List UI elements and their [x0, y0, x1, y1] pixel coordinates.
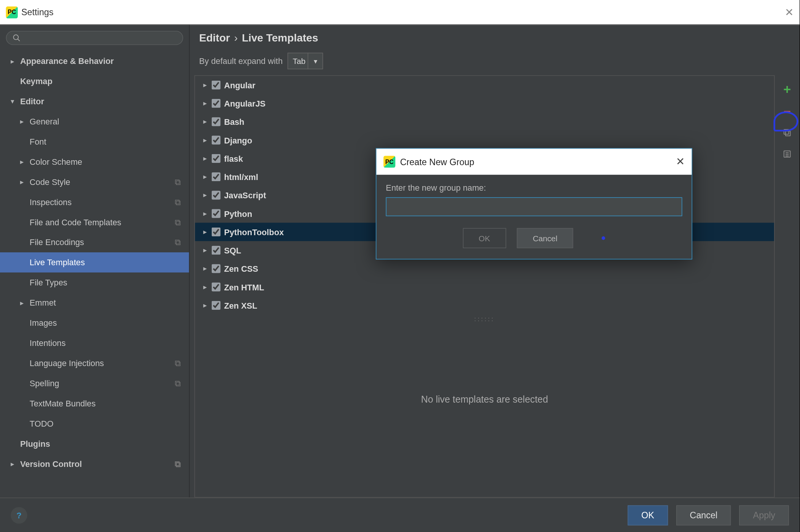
tree-item-label: Appearance & Behavior: [20, 56, 114, 66]
help-button[interactable]: ?: [11, 507, 27, 524]
template-group-row[interactable]: ►Django: [195, 131, 774, 149]
template-group-checkbox[interactable]: [212, 228, 220, 236]
template-group-checkbox[interactable]: [212, 209, 220, 218]
settings-tree[interactable]: ►Appearance & BehaviorKeymap▼Editor►Gene…: [0, 51, 189, 498]
expand-label: By default expand with: [199, 56, 283, 66]
schema-icon: ⧉: [175, 459, 181, 469]
tree-item[interactable]: Inspections⧉: [0, 192, 189, 212]
search-input[interactable]: [6, 31, 183, 45]
add-button[interactable]: +: [781, 83, 794, 96]
tree-item[interactable]: TextMate Bundles: [0, 393, 189, 414]
apply-button[interactable]: Apply: [739, 505, 789, 525]
body: ►Appearance & BehaviorKeymap▼Editor►Gene…: [0, 25, 800, 497]
tree-item[interactable]: File Types: [0, 272, 189, 293]
svg-point-0: [13, 35, 18, 40]
tree-item[interactable]: Font: [0, 132, 189, 152]
expand-arrow-icon: ►: [202, 155, 208, 162]
template-group-label: Zen HTML: [224, 282, 264, 292]
expand-select[interactable]: Tab: [287, 53, 323, 70]
template-group-row[interactable]: ►Bash: [195, 113, 774, 131]
template-group-checkbox[interactable]: [212, 246, 220, 255]
template-group-checkbox[interactable]: [212, 282, 220, 291]
tree-item-label: File Types: [30, 278, 67, 287]
tree-item[interactable]: Plugins: [0, 433, 189, 454]
tree-item[interactable]: ►Version Control⧉: [0, 454, 189, 474]
expand-arrow-icon: ►: [202, 118, 208, 125]
remove-button[interactable]: −: [781, 105, 794, 118]
expand-arrow-icon: ►: [10, 460, 18, 467]
tree-item[interactable]: Keymap: [0, 71, 189, 91]
window-close-icon[interactable]: ✕: [785, 6, 794, 19]
expand-arrow-icon: ►: [202, 302, 208, 309]
dialog-close-icon[interactable]: ✕: [676, 155, 685, 168]
dialog-ok-button[interactable]: OK: [463, 228, 506, 248]
template-group-checkbox[interactable]: [212, 301, 220, 310]
tree-item[interactable]: ►General: [0, 111, 189, 132]
template-group-row[interactable]: ►Zen XSL: [195, 296, 774, 314]
window-title: Settings: [21, 7, 53, 17]
schema-icon: ⧉: [175, 217, 181, 227]
search-icon: [13, 34, 21, 42]
template-group-checkbox[interactable]: [212, 191, 220, 199]
template-group-label: Zen XSL: [224, 301, 257, 310]
template-group-row[interactable]: ►Angular: [195, 76, 774, 94]
tree-item[interactable]: Images: [0, 313, 189, 333]
schema-icon: ⧉: [175, 197, 181, 207]
tree-item[interactable]: File and Code Templates⧉: [0, 212, 189, 232]
expand-arrow-icon: ►: [202, 82, 208, 88]
pycharm-icon: PC: [383, 156, 395, 167]
dialog-cancel-button[interactable]: Cancel: [517, 228, 573, 248]
svg-line-1: [18, 39, 19, 41]
tree-item[interactable]: ▼Editor: [0, 91, 189, 111]
schema-icon: ⧉: [175, 237, 181, 247]
template-group-checkbox[interactable]: [212, 154, 220, 163]
side-toolbar: + −: [774, 75, 799, 498]
tree-item-label: File Encodings: [30, 237, 84, 247]
breadcrumb-b: Live Templates: [242, 32, 318, 44]
template-group-checkbox[interactable]: [212, 99, 220, 108]
dialog-body: Enter the new group name:: [376, 175, 691, 218]
tree-item-label: Emmet: [30, 298, 56, 307]
template-group-checkbox[interactable]: [212, 172, 220, 181]
tree-item-label: Inspections: [30, 197, 72, 207]
template-group-label: Bash: [224, 117, 244, 126]
tree-item[interactable]: Intentions: [0, 333, 189, 353]
tree-item-label: Editor: [20, 97, 44, 106]
group-name-input[interactable]: [386, 197, 682, 216]
tree-item[interactable]: TODO: [0, 414, 189, 434]
copy-button[interactable]: [781, 126, 794, 139]
template-group-label: AngularJS: [224, 99, 265, 108]
tree-item[interactable]: File Encodings⧉: [0, 232, 189, 252]
tree-item[interactable]: ►Appearance & Behavior: [0, 51, 189, 71]
template-group-label: JavaScript: [224, 190, 266, 200]
template-group-row[interactable]: ►Zen CSS: [195, 260, 774, 278]
settings-window: PC Settings ✕ ►Appearance & BehaviorKeym…: [0, 0, 800, 532]
tree-item-label: Font: [30, 137, 46, 147]
template-group-checkbox[interactable]: [212, 81, 220, 89]
tree-item[interactable]: ►Code Style⧉: [0, 172, 189, 192]
template-group-label: Zen CSS: [224, 264, 258, 273]
template-group-label: flask: [224, 154, 243, 163]
ok-button[interactable]: OK: [628, 505, 668, 525]
expand-arrow-icon: ►: [202, 265, 208, 272]
tree-item[interactable]: ►Color Scheme: [0, 151, 189, 172]
template-group-row[interactable]: ►AngularJS: [195, 94, 774, 112]
template-group-row[interactable]: ►Zen HTML: [195, 278, 774, 296]
tree-item[interactable]: Spelling⧉: [0, 373, 189, 393]
splitter-grip[interactable]: ::::::: [195, 315, 774, 323]
paste-button[interactable]: [781, 148, 794, 161]
tree-item[interactable]: Language Injections⧉: [0, 353, 189, 373]
template-group-checkbox[interactable]: [212, 135, 220, 144]
template-group-label: Angular: [224, 80, 255, 90]
template-group-checkbox[interactable]: [212, 264, 220, 273]
template-group-label: Python: [224, 209, 252, 218]
tree-item[interactable]: Live Templates: [0, 252, 189, 272]
tree-item-label: Version Control: [20, 459, 82, 468]
template-group-checkbox[interactable]: [212, 117, 220, 126]
template-group-label: SQL: [224, 245, 241, 255]
svg-rect-3: [784, 129, 789, 134]
main-panel: Editor › Live Templates By default expan…: [190, 25, 800, 497]
cancel-button[interactable]: Cancel: [676, 505, 731, 525]
tree-item[interactable]: ►Emmet: [0, 293, 189, 313]
dialog-title: Create New Group: [400, 157, 474, 167]
